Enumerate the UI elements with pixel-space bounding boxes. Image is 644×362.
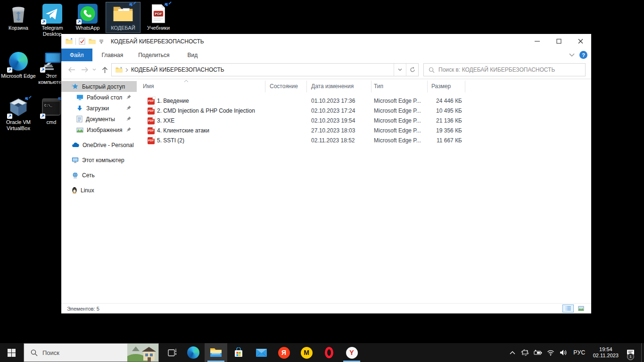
- close-button[interactable]: [570, 34, 591, 49]
- pin-icon: [126, 116, 131, 123]
- up-button[interactable]: [99, 64, 110, 75]
- search-highlight-image[interactable]: [127, 344, 158, 362]
- thumbnails-view-button[interactable]: [575, 304, 586, 313]
- sidebar-item-label: Сеть: [82, 172, 95, 179]
- sidebar-item-label: Документы: [86, 116, 115, 123]
- show-desktop-button[interactable]: [641, 343, 644, 362]
- downloads-icon: [76, 105, 83, 112]
- sidebar-item-label: Linux: [81, 187, 94, 194]
- sort-ascending-icon: [184, 80, 189, 82]
- taskbar-yandex-browser-button[interactable]: Y: [340, 343, 363, 362]
- onedrive-cloud-icon: [72, 142, 79, 148]
- new-folder-icon[interactable]: [89, 38, 96, 45]
- search-placeholder: Поиск в: КОДЕБАЙ КИБЕРБЕЗОПАСНОСТЬ: [438, 66, 555, 73]
- taskbar-store-button[interactable]: [227, 343, 250, 362]
- desktop-icon-telegram[interactable]: Telegram Desktop: [34, 4, 71, 37]
- yellow-m-icon: M: [301, 347, 313, 359]
- file-size: 21 136 КБ: [380, 116, 462, 126]
- forward-button[interactable]: [79, 64, 91, 75]
- column-divider[interactable]: [371, 81, 372, 92]
- file-row[interactable]: PDF 5. SSTI (2) 02.11.2023 18:52 Microso…: [137, 136, 591, 146]
- window-body: Быстрый доступ Рабочий стол Загрузки Док…: [61, 79, 591, 303]
- taskbar-yandex-button[interactable]: Я: [272, 343, 295, 362]
- column-divider[interactable]: [306, 81, 307, 92]
- tray-clock[interactable]: 19:54 02.11.2023: [589, 346, 622, 359]
- battery-charging-icon[interactable]: [531, 343, 544, 362]
- column-divider[interactable]: [427, 81, 428, 92]
- sidebar-item-linux[interactable]: Linux: [61, 185, 137, 196]
- address-bar[interactable]: КОДЕБАЙ КИБЕРБЕЗОПАСНОСТЬ: [111, 63, 419, 76]
- search-box[interactable]: Поиск в: КОДЕБАЙ КИБЕРБЕЗОПАСНОСТЬ: [423, 63, 586, 76]
- shortcut-arrow-icon: [40, 114, 45, 119]
- column-header-date[interactable]: Дата изменения: [311, 83, 354, 90]
- tab-home[interactable]: Главная: [95, 49, 130, 61]
- virtualbox-icon: [8, 98, 29, 118]
- column-header-size[interactable]: Размер: [431, 83, 451, 90]
- cmd-prompt-glyph: C:\_: [44, 103, 52, 109]
- sidebar-item-downloads[interactable]: Загрузки: [61, 103, 137, 114]
- tab-file[interactable]: Файл: [61, 49, 92, 61]
- file-row[interactable]: PDF 1. Введение 01.10.2023 17:36 Microso…: [137, 96, 591, 106]
- help-icon[interactable]: ?: [579, 51, 587, 59]
- collapse-ribbon-icon[interactable]: [569, 53, 575, 57]
- sidebar-item-quick-access[interactable]: Быстрый доступ: [61, 81, 137, 92]
- column-header-status[interactable]: Состояние: [270, 83, 298, 90]
- back-button[interactable]: [66, 64, 77, 75]
- tray-chevron-icon[interactable]: [506, 343, 519, 362]
- sidebar-item-desktop[interactable]: Рабочий стол: [61, 92, 137, 103]
- sidebar-item-network[interactable]: Сеть: [61, 170, 137, 181]
- file-size: 24 446 КБ: [380, 96, 462, 106]
- start-button[interactable]: [0, 343, 23, 362]
- tab-share[interactable]: Поделиться: [132, 49, 176, 61]
- language-indicator[interactable]: РУС: [570, 349, 589, 356]
- desktop-icon-uchebniki[interactable]: PDF Учебники: [140, 4, 177, 31]
- taskbar-search-box[interactable]: Поиск: [24, 343, 159, 362]
- notification-center-button[interactable]: 1: [622, 343, 638, 362]
- sidebar-item-pictures[interactable]: Изображения: [61, 124, 137, 135]
- taskbar-explorer-button[interactable]: [205, 343, 227, 362]
- column-divider[interactable]: [265, 81, 265, 92]
- quick-access-star-icon: [72, 83, 79, 90]
- file-row[interactable]: PDF 4. Клиентские атаки 27.10.2023 18:03…: [137, 126, 591, 136]
- cast-display-icon[interactable]: [519, 343, 531, 362]
- breadcrumb[interactable]: КОДЕБАЙ КИБЕРБЕЗОПАСНОСТЬ: [131, 66, 224, 73]
- title-bar[interactable]: КОДЕБАЙ КИБЕРБЕЗОПАСНОСТЬ: [61, 34, 591, 49]
- task-view-button[interactable]: [161, 343, 184, 362]
- address-dropdown-icon[interactable]: [394, 64, 406, 76]
- column-header-type[interactable]: Тип: [374, 83, 383, 90]
- volume-icon[interactable]: [557, 343, 570, 362]
- taskbar-opera-button[interactable]: [318, 343, 340, 362]
- sidebar-item-documents[interactable]: Документы: [61, 114, 137, 124]
- sidebar-item-onedrive[interactable]: OneDrive - Personal: [61, 140, 137, 150]
- tab-view[interactable]: Вид: [181, 49, 204, 61]
- desktop-icon-virtualbox[interactable]: Oracle VM VirtualBox: [0, 98, 37, 132]
- file-name: 5. SSTI (2): [157, 136, 184, 146]
- desktop-icon-whatsapp[interactable]: WhatsApp: [69, 4, 106, 31]
- taskbar-edge-button[interactable]: [182, 343, 205, 362]
- file-row[interactable]: PDF 3. XXE 02.10.2023 19:54 Microsoft Ed…: [137, 116, 591, 126]
- whatsapp-icon: [77, 4, 98, 24]
- wifi-icon[interactable]: [544, 343, 557, 362]
- desktop-icon-recycle-bin[interactable]: Корзина: [0, 4, 37, 31]
- properties-check-icon[interactable]: [79, 38, 86, 45]
- desktop-icon-label: Microsoft Edge: [0, 73, 37, 79]
- sidebar-item-this-pc[interactable]: Этот компьютер: [61, 155, 137, 165]
- window-title: КОДЕБАЙ КИБЕРБЕЗОПАСНОСТЬ: [111, 38, 204, 45]
- file-row[interactable]: PDF 2. CMD Injection & PHP Code Injectio…: [137, 106, 591, 116]
- column-divider[interactable]: [465, 81, 465, 92]
- svg-text:PDF: PDF: [155, 12, 162, 16]
- maximize-button[interactable]: [548, 34, 570, 49]
- details-view-button[interactable]: [562, 304, 574, 313]
- taskbar-m-app-button[interactable]: M: [295, 343, 318, 362]
- task-view-icon: [168, 349, 177, 357]
- column-header-name[interactable]: Имя: [143, 83, 154, 90]
- minimize-button[interactable]: [526, 34, 548, 49]
- desktop-icon-edge[interactable]: Microsoft Edge: [0, 52, 37, 79]
- file-date: 01.10.2023 17:36: [311, 96, 355, 106]
- recent-locations-icon[interactable]: [91, 64, 98, 75]
- desktop-icon-kodebay[interactable]: КОДЕБАЙ: [105, 4, 141, 31]
- refresh-icon[interactable]: [406, 64, 418, 76]
- taskbar-mail-button[interactable]: [250, 343, 272, 362]
- status-bar: Элементов: 5: [61, 303, 591, 313]
- customize-toolbar-icon[interactable]: [99, 39, 104, 44]
